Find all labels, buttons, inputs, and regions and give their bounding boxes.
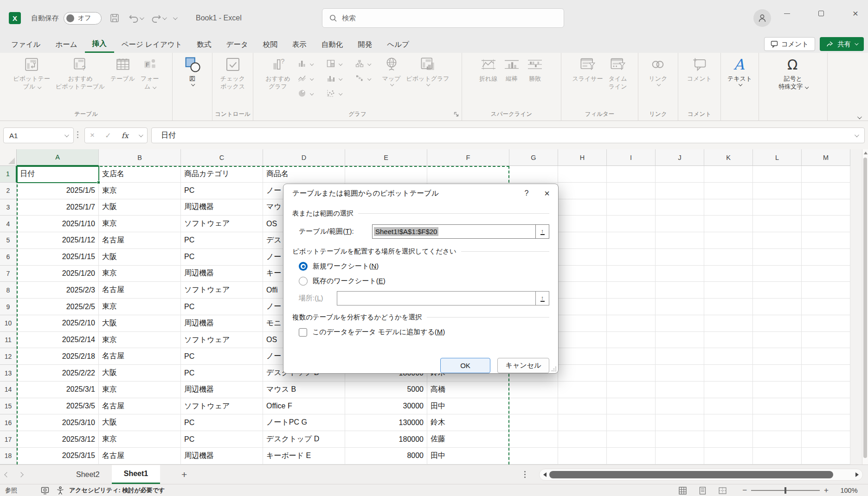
cell[interactable]: [656, 232, 704, 249]
ribbon-tab[interactable]: 数式: [190, 36, 219, 53]
page-break-view-button[interactable]: [718, 486, 727, 495]
cell[interactable]: [802, 216, 850, 232]
prev-sheet-button[interactable]: [0, 465, 14, 484]
cell[interactable]: [704, 414, 753, 431]
cell[interactable]: 周辺機器: [181, 266, 263, 282]
minimize-button[interactable]: [774, 0, 800, 27]
cell[interactable]: [753, 382, 802, 398]
row-header[interactable]: 1: [0, 166, 17, 183]
add-to-data-model-checkbox[interactable]: このデータをデータ モデルに追加する(M): [292, 328, 549, 337]
horizontal-scrollbar[interactable]: [539, 469, 863, 481]
cell[interactable]: 2025/2/22: [17, 365, 99, 382]
cell[interactable]: 2025/3/12: [17, 431, 99, 448]
column-header[interactable]: I: [607, 149, 656, 166]
cell[interactable]: [802, 183, 850, 199]
cell[interactable]: PC: [181, 365, 263, 382]
cell[interactable]: [802, 431, 850, 448]
cell[interactable]: 東京: [99, 299, 181, 315]
column-header[interactable]: J: [656, 149, 704, 166]
cell[interactable]: [704, 232, 753, 249]
autosave-toggle[interactable]: オフ: [64, 12, 102, 25]
cell[interactable]: 大阪: [99, 249, 181, 266]
cell[interactable]: [704, 448, 753, 464]
cell[interactable]: 鈴木: [427, 414, 509, 431]
column-header[interactable]: C: [181, 149, 263, 166]
row-header[interactable]: 2: [0, 183, 17, 199]
zoom-level[interactable]: 100%: [833, 487, 865, 494]
cell[interactable]: [558, 216, 607, 232]
cell[interactable]: [802, 398, 850, 415]
cell[interactable]: [607, 365, 656, 382]
cell[interactable]: [607, 382, 656, 398]
cell[interactable]: [607, 332, 656, 349]
cell[interactable]: 東京: [99, 431, 181, 448]
cell[interactable]: [704, 216, 753, 232]
column-header[interactable]: L: [753, 149, 802, 166]
name-box[interactable]: A1: [3, 127, 74, 143]
cell[interactable]: [607, 216, 656, 232]
cell[interactable]: [656, 249, 704, 266]
cell[interactable]: [802, 315, 850, 332]
cell[interactable]: マウス B: [263, 382, 345, 398]
cell[interactable]: Office F: [263, 398, 345, 415]
cell[interactable]: [753, 282, 802, 299]
ribbon-tab[interactable]: 開発: [350, 36, 379, 53]
ribbon-tab[interactable]: 挿入: [85, 36, 114, 53]
vertical-scrollbar[interactable]: [862, 149, 868, 464]
cell[interactable]: 大阪: [99, 365, 181, 382]
cell[interactable]: [753, 166, 802, 183]
cell[interactable]: [656, 299, 704, 315]
cell[interactable]: 大阪: [99, 315, 181, 332]
cell[interactable]: 東京: [99, 183, 181, 199]
cell[interactable]: 周辺機器: [181, 448, 263, 464]
cell[interactable]: [802, 414, 850, 431]
cell[interactable]: PC: [181, 249, 263, 266]
column-header[interactable]: A: [17, 149, 99, 166]
cell[interactable]: [753, 448, 802, 464]
cell[interactable]: [704, 249, 753, 266]
cell[interactable]: [802, 199, 850, 216]
cell[interactable]: PC: [181, 348, 263, 365]
add-sheet-button[interactable]: +: [174, 465, 194, 484]
select-all-corner[interactable]: [0, 149, 17, 166]
cell[interactable]: [753, 315, 802, 332]
cell[interactable]: [509, 448, 558, 464]
cell[interactable]: [753, 249, 802, 266]
cell[interactable]: PC: [181, 414, 263, 431]
zoom-out-button[interactable]: −: [738, 486, 751, 495]
cell[interactable]: [607, 266, 656, 282]
ribbon-button-symbol[interactable]: Ω記号と特殊文字: [776, 55, 810, 90]
cell[interactable]: 5000: [345, 382, 427, 398]
display-settings-button[interactable]: [40, 486, 50, 495]
cell[interactable]: [558, 332, 607, 349]
close-button[interactable]: ×: [842, 0, 868, 27]
cell[interactable]: [704, 315, 753, 332]
cell[interactable]: デスクトップ D: [263, 431, 345, 448]
dialog-launcher-button[interactable]: [453, 111, 459, 119]
cell[interactable]: [558, 382, 607, 398]
cell[interactable]: [704, 266, 753, 282]
cell[interactable]: [656, 398, 704, 415]
row-header[interactable]: 5: [0, 232, 17, 249]
ribbon-button-shapes[interactable]: 図: [181, 55, 204, 89]
row-header[interactable]: 6: [0, 249, 17, 266]
cell[interactable]: [607, 199, 656, 216]
cell[interactable]: [607, 398, 656, 415]
cell[interactable]: [753, 216, 802, 232]
maximize-button[interactable]: [808, 0, 834, 27]
cell[interactable]: [656, 448, 704, 464]
cell[interactable]: 2025/1/15: [17, 249, 99, 266]
ribbon-tab[interactable]: ページ レイアウト: [114, 36, 190, 53]
cell[interactable]: [802, 448, 850, 464]
cell[interactable]: [607, 282, 656, 299]
sheet-tab-sheet1[interactable]: Sheet1: [112, 465, 160, 484]
cell[interactable]: [802, 282, 850, 299]
cell[interactable]: [558, 199, 607, 216]
cell[interactable]: [656, 348, 704, 365]
avatar[interactable]: [753, 9, 771, 27]
cell[interactable]: [509, 431, 558, 448]
cell[interactable]: [753, 183, 802, 199]
dialog-titlebar[interactable]: テーブルまたは範囲からのピボットテーブル ? ×: [283, 184, 558, 203]
cell[interactable]: [753, 414, 802, 431]
cell[interactable]: [558, 299, 607, 315]
